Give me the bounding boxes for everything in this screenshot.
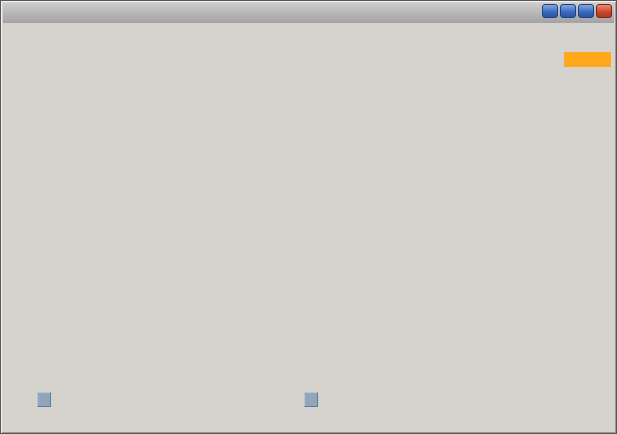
chart-canvas[interactable] (1, 1, 617, 434)
month-badge-march (37, 392, 51, 407)
month-badge-april (304, 392, 318, 407)
current-price-tag (564, 52, 611, 67)
chart-window (0, 0, 617, 434)
